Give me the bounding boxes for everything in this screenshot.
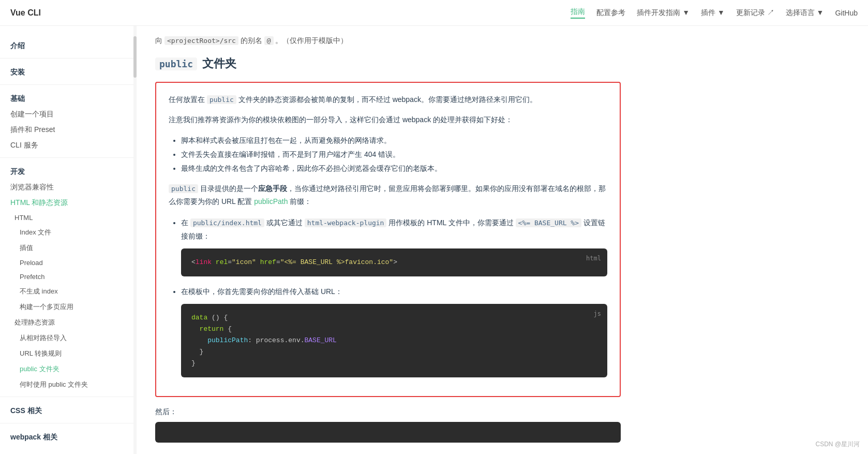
sidebar-section-webpack: webpack 相关 [0,428,134,445]
sidebar-item-html[interactable]: HTML [0,211,134,225]
sidebar: 介绍 安装 基础 创建一个项目 插件和 Preset CLI 服务 开发 浏览器… [0,26,134,454]
html-lang-label: html [586,253,601,265]
public-path-link[interactable]: publicPath [254,197,288,206]
sidebar-item-cli-service[interactable]: CLI 服务 [0,138,134,153]
para-1: 任何放置在 public 文件夹的静态资源都会被简单的复制，而不经过 webpa… [169,93,607,106]
sidebar-item-prefetch[interactable]: Prefetch [0,270,134,284]
sidebar-item-relative-path[interactable]: 从相对路径导入 [0,330,134,346]
sidebar-item-public-folder[interactable]: public 文件夹 [0,361,134,377]
sidebar-item-browser-compat[interactable]: 浏览器兼容性 [0,180,134,195]
scrollbar[interactable] [133,26,137,454]
usage-list: 在 public/index.html 或其它通过 html-webpack-p… [169,216,607,377]
bullet3-text: 在模板中，你首先需要向你的组件传入基础 URL： [181,287,342,296]
sidebar-item-plugins-preset[interactable]: 插件和 Preset [0,122,134,138]
para-2: 注意我们推荐将资源作为你的模块依赖图的一部分导入，这样它们会通过 webpack… [169,113,607,126]
intro-line: 向 <projectRoot>/src 的别名 @ 。（仅作用于模版中） [155,36,621,46]
sidebar-section-css: CSS 相关 [0,401,134,419]
sidebar-item-preload[interactable]: Preload [0,256,134,270]
main-content: 向 <projectRoot>/src 的别名 @ 。（仅作用于模版中） pub… [134,26,641,454]
nav-link-plugin-dev[interactable]: 插件开发指南 ▼ [637,8,690,18]
page-layout: 介绍 安装 基础 创建一个项目 插件和 Preset CLI 服务 开发 浏览器… [0,26,868,454]
app-logo: Vue CLI [10,8,41,18]
js-code: data () { return { publicPath: process.e… [181,304,607,377]
intro-before: 向 [155,36,162,45]
sidebar-item-static-assets[interactable]: 处理静态资源 [0,315,134,330]
sidebar-section-intro: 介绍 [0,36,134,54]
nav-link-language[interactable]: 选择语言 ▼ [786,8,824,18]
sidebar-section-dev: 开发 [0,162,134,180]
intro-mid: 的别名 [241,36,262,45]
benefits-list: 脚本和样式表会被压缩且打包在一起，从而避免额外的网络请求。 文件丢失会直接在编译… [169,134,607,175]
intro-code2: @ [264,36,274,45]
sidebar-section-basics: 基础 [0,89,134,107]
sidebar-item-create-project[interactable]: 创建一个项目 [0,107,134,122]
then-code [155,422,621,438]
then-label: 然后： [155,407,621,417]
section-heading-code: public [155,57,197,70]
then-section: 然后： [155,407,621,443]
nav-links: 指南 配置参考 插件开发指南 ▼ 插件 ▼ 更新记录 ↗ 选择语言 ▼ GitH… [571,7,858,19]
sidebar-item-url-rules[interactable]: URL 转换规则 [0,346,134,361]
nav-link-changelog[interactable]: 更新记录 ↗ [736,8,774,18]
nav-link-github[interactable]: GitHub [835,9,858,17]
sidebar-item-html-static[interactable]: HTML 和静态资源 [0,195,134,211]
sidebar-item-no-index[interactable]: 不生成 index [0,284,134,299]
html-code-block: html <link rel="icon" href="<%= BASE_URL… [181,248,607,276]
sidebar-item-index-file[interactable]: Index 文件 [0,225,134,240]
nav-link-config[interactable]: 配置参考 [596,8,625,18]
public-folder-section: 任何放置在 public 文件夹的静态资源都会被简单的复制，而不经过 webpa… [155,82,621,397]
sidebar-item-interpolation[interactable]: 插值 [0,240,134,256]
js-code-block: js data () { return { publicPath: proces… [181,304,607,377]
footer-watermark: CSDN @星川河 [815,440,860,449]
sidebar-section-install: 安装 [0,63,134,80]
sidebar-item-multipage[interactable]: 构建一个多页应用 [0,299,134,315]
section-heading-text: 文件夹 [202,56,236,71]
then-code-block [155,422,621,443]
section-heading: public 文件夹 [155,56,621,71]
top-navigation: Vue CLI 指南 配置参考 插件开发指南 ▼ 插件 ▼ 更新记录 ↗ 选择语… [0,0,868,26]
nav-link-plugins[interactable]: 插件 ▼ [701,8,725,18]
benefit-1: 脚本和样式表会被压缩且打包在一起，从而避免额外的网络请求。 [181,134,607,148]
benefit-2: 文件丢失会直接在编译时报错，而不是到了用户端才产生 404 错误。 [181,148,607,162]
intro-after: 。（仅作用于模版中） [275,36,348,45]
html-code: <link rel="icon" href="<%= BASE_URL %>fa… [181,248,607,276]
benefit-3: 最终生成的文件名包含了内容哈希，因此你不必担心浏览器会缓存它们的老版本。 [181,162,607,175]
usage-html: 在 public/index.html 或其它通过 html-webpack-p… [181,216,607,276]
intro-code1: <projectRoot>/src [164,36,238,45]
nav-link-guide[interactable]: 指南 [571,7,585,19]
usage-template: 在模板中，你首先需要向你的组件传入基础 URL： js data () { re… [181,285,607,377]
js-lang-label: js [594,308,601,320]
warning-para: public 目录提供的是一个应急手段，当你通过绝对路径引用它时，留意应用将会部… [169,182,607,208]
sidebar-item-when-public[interactable]: 何时使用 public 文件夹 [0,377,134,392]
